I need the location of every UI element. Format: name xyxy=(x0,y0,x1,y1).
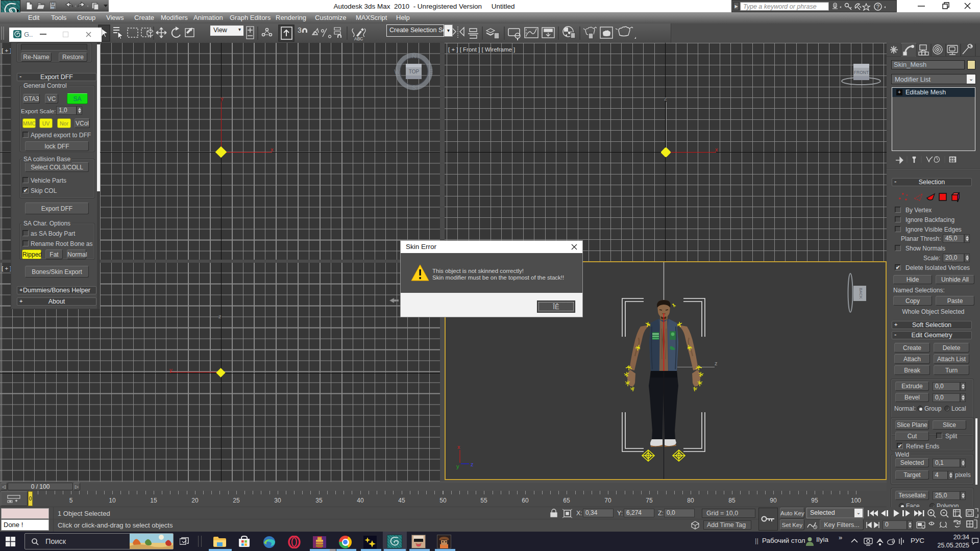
svg-text:FRONT: FRONT xyxy=(854,70,869,75)
svg-text:?: ? xyxy=(876,4,879,10)
svg-text:TOP: TOP xyxy=(409,69,420,74)
svg-text:ABC: ABC xyxy=(354,36,363,41)
svg-text:N: N xyxy=(412,53,416,60)
svg-text:W: W xyxy=(394,68,400,76)
svg-text:x: x xyxy=(457,444,460,450)
svg-text:E: E xyxy=(429,68,433,76)
svg-text:z: z xyxy=(715,360,718,366)
svg-text:y: y xyxy=(456,463,459,469)
svg-text:BACK: BACK xyxy=(859,288,863,299)
svg-text:S: S xyxy=(412,84,416,91)
svg-text:z: z xyxy=(471,461,474,467)
svg-text:3: 3 xyxy=(298,26,302,34)
